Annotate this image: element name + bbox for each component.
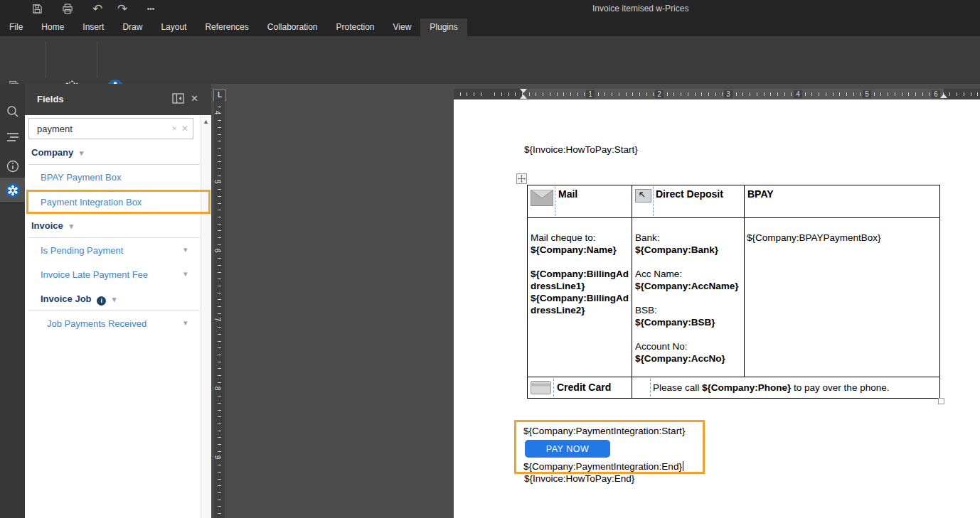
vertical-ruler[interactable]: 4 5 6 7 8 9 [214,100,225,518]
wrap-boundary [553,379,554,396]
fields-search-box: ✕ ✕ [28,118,193,139]
bsb-label: BSB: [635,304,741,316]
tab-protection[interactable]: Protection [327,18,384,36]
info-rail-button[interactable] [0,155,25,179]
info-icon [6,160,19,173]
wrap-boundary [653,187,654,216]
chevron-down-icon[interactable]: ▾ [183,318,188,328]
field-item-job-payments-received[interactable]: Job Payments Received [47,318,147,329]
plugin-icon [5,183,21,198]
table-cell-phone: Please call ${Company:Phone} to pay over… [632,377,940,399]
ruler-number: 7 [213,318,221,322]
tab-insert[interactable]: Insert [73,18,113,36]
redo-icon[interactable]: ↷ [115,2,129,16]
field-item-is-pending-payment[interactable]: Is Pending Payment [41,245,123,256]
payment-methods-table[interactable]: Mail Direct Deposit BPAY [527,185,940,399]
search-icon [6,105,19,118]
print-icon[interactable] [60,2,75,16]
tab-file[interactable]: File [0,18,32,36]
panel-scrollbar[interactable]: ▲ [201,115,211,518]
section-invoice[interactable]: Invoice ▾ [31,220,73,231]
company-name-field: ${Company:Name} [531,244,629,256]
field-item-invoice-late-payment-fee[interactable]: Invoice Late Payment Fee [41,269,148,280]
tab-view[interactable]: View [384,18,421,36]
tab-plugins[interactable]: Plugins [420,18,467,36]
tab-layout[interactable]: Layout [151,18,196,36]
howtopay-end-field: ${Invoice:HowToPay:End} [524,473,634,484]
left-rail [0,84,25,518]
section-invoice-job[interactable]: Invoice Job i ▾ [41,293,116,306]
document-page[interactable]: ${Invoice:HowToPay:Start} Mail [454,99,980,518]
ruler-number: 8 [213,387,221,391]
bpay-payment-box-field: ${Company:BPAYPaymentBox} [747,232,937,244]
wrap-boundary [650,379,651,396]
chevron-down-icon[interactable]: ▾ [183,245,188,254]
envelope-icon [531,190,553,206]
toolbar-divider [46,42,46,77]
ruler-number: 5 [213,180,221,184]
field-item-payment-integration-box[interactable]: Payment Integration Box [41,197,142,207]
acc-name-label: Acc Name: [635,268,741,280]
close-panel-icon[interactable]: ✕ [191,93,198,104]
section-invoice-job-label: Invoice Job [41,293,92,304]
credit-card-label: Credit Card [557,382,611,394]
fields-panel-title: Fields [37,94,64,104]
billing-address2-field: ${Company:BillingAddressLine2} [531,292,629,316]
scroll-up-icon[interactable]: ▲ [201,118,211,125]
pay-now-button[interactable]: PAY NOW [525,440,610,458]
horizontal-ruler[interactable]: 1 2 3 4 5 6 [454,89,980,99]
table-cell-dd-header: Direct Deposit [632,185,745,218]
table-cell-credit-card: Credit Card [528,377,632,399]
section-company-label: Company [31,147,73,158]
tab-collaboration[interactable]: Collaboration [258,18,327,36]
account-no-field: ${Company:AccNo} [635,352,741,365]
search-rail-button[interactable] [0,100,25,124]
tab-references[interactable]: References [196,18,257,36]
tab-stop-selector[interactable]: L [213,90,226,101]
chevron-down-icon: ▾ [69,222,73,230]
fields-rail-button[interactable] [0,178,25,202]
bpay-header-label: BPAY [747,188,774,200]
titlebar: ↶ ↷ ••• Invoice itemised w-Prices [0,0,980,18]
right-indent-marker[interactable] [940,94,947,98]
tab-home[interactable]: Home [32,18,73,36]
ruler-number: 4 [794,90,802,98]
payment-integration-start-field: ${Company:PaymentIntegration:Start} [523,426,685,436]
plugins-toolbar: ✂ Plugin Manager [0,36,980,84]
mail-header-label: Mail [558,188,577,200]
document-title: Invoice itemised w-Prices [592,4,688,14]
table-resize-handle[interactable] [938,398,944,404]
section-company[interactable]: Company ▾ [31,147,83,158]
image-placeholder-icon [635,189,651,203]
fields-search-input[interactable] [36,119,166,139]
field-item-bpay-payment-box[interactable]: BPAY Payment Box [41,172,121,183]
fields-panel-header: Fields ✕ [25,84,211,115]
ruler-number: 6 [932,90,940,98]
account-no-label: Account No: [635,340,741,352]
save-icon[interactable] [30,2,44,16]
chevron-down-icon[interactable]: ▾ [183,269,188,279]
info-icon[interactable]: i [97,296,106,306]
navigation-rail-button[interactable] [0,127,25,151]
clear-search-icon-2[interactable]: ✕ [181,124,188,134]
ruler-number: 3 [724,90,733,98]
table-cell-mail-header: Mail [528,185,632,218]
app-window: ↶ ↷ ••• Invoice itemised w-Prices File H… [0,0,980,518]
table-move-handle[interactable] [516,173,527,184]
table-cell-bpay-header: BPAY [745,185,940,218]
howtopay-start-field: ${Invoice:HowToPay:Start} [524,144,638,155]
clear-search-icon[interactable]: ✕ [171,124,177,134]
collapse-panel-icon[interactable] [172,93,184,107]
first-line-indent-marker[interactable] [520,89,527,93]
panel-divider [28,164,200,165]
chevron-down-icon: ▾ [80,149,84,157]
text-cursor [683,461,683,471]
payment-integration-end-field: ${Company:PaymentIntegration:End} [523,461,683,472]
panel-divider [28,311,200,311]
undo-icon[interactable]: ↶ [90,2,105,16]
bsb-field: ${Company:BSB} [635,316,741,328]
more-icon[interactable]: ••• [144,2,158,16]
outline-icon [6,132,19,142]
toolbar-divider [97,42,97,77]
tab-draw[interactable]: Draw [113,18,151,36]
